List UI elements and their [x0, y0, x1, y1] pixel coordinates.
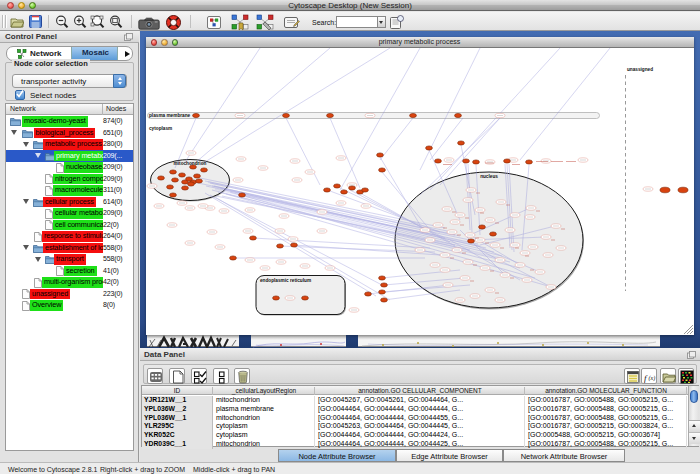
svg-text:endoplasmic reticulum: endoplasmic reticulum: [260, 278, 311, 283]
svg-text:nucleus: nucleus: [480, 174, 498, 179]
svg-text:(x): (x): [648, 375, 655, 382]
svg-text:unassigned: unassigned: [627, 67, 653, 72]
svg-text:cytoplasm: cytoplasm: [149, 126, 172, 131]
svg-text:mitochondrion: mitochondrion: [173, 161, 206, 166]
svg-text:plasma membrane: plasma membrane: [149, 113, 191, 118]
svg-text:f: f: [644, 372, 648, 382]
